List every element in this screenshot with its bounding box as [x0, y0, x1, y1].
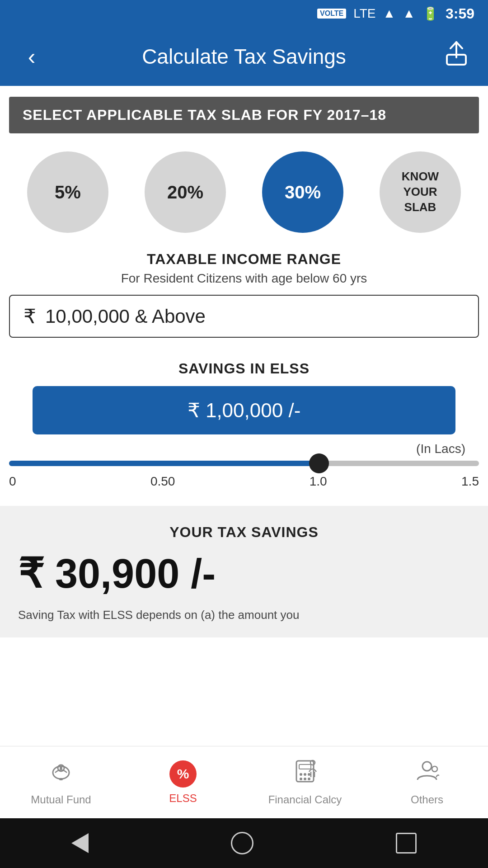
saving-description: Saving Tax with ELSS depends on (a) the …	[18, 606, 470, 624]
slider-label-15: 1.5	[461, 474, 479, 489]
slider-label-050: 0.50	[150, 474, 175, 489]
tax-savings-amount: ₹ 30,900 /-	[18, 550, 470, 597]
elss-slider-container: 0 0.50 1.0 1.5	[0, 461, 488, 497]
share-button[interactable]	[443, 41, 470, 72]
percent-badge: %	[169, 760, 197, 788]
bottom-navigation: Mutual Fund % ELSS Financial C	[0, 746, 488, 818]
svg-point-10	[300, 778, 302, 780]
signal-icon2: ▲	[403, 6, 415, 21]
slab-20pct[interactable]: 20%	[145, 151, 226, 233]
svg-point-7	[300, 773, 302, 776]
income-range-section: TAXABLE INCOME RANGE For Resident Citize…	[0, 246, 488, 347]
slider-label-10: 1.0	[310, 474, 327, 489]
nav-mutual-fund[interactable]: Mutual Fund	[0, 746, 122, 818]
svg-point-3	[60, 767, 62, 769]
nav-mutual-fund-label: Mutual Fund	[31, 793, 91, 806]
rupee-symbol: ₹	[23, 305, 36, 328]
svg-point-15	[432, 766, 437, 772]
android-home-button[interactable]	[231, 832, 253, 854]
income-range-title: TAXABLE INCOME RANGE	[9, 251, 479, 268]
slider-labels: 0 0.50 1.0 1.5	[9, 471, 479, 492]
svg-point-8	[304, 773, 306, 776]
nav-elss[interactable]: % ELSS	[122, 746, 244, 818]
elss-section: SAVINGS IN ELSS ₹ 1,00,000 /- (In Lacs)	[0, 347, 488, 456]
income-range-subtitle: For Resident Citizens with age below 60 …	[9, 271, 479, 286]
network-type: LTE	[353, 6, 375, 21]
battery-icon: 🔋	[422, 6, 438, 21]
android-back-button[interactable]	[71, 833, 89, 853]
nav-financial-calcy[interactable]: Financial Calcy	[244, 746, 366, 818]
svg-rect-6	[299, 764, 311, 769]
slider-track	[9, 461, 479, 466]
nav-others[interactable]: Others	[366, 746, 488, 818]
elss-icon: %	[169, 760, 197, 788]
tax-savings-value: ₹ 30,900 /-	[18, 550, 216, 597]
financial-calcy-icon	[293, 759, 317, 789]
status-bar: VOLTE LTE ▲ ▲ 🔋 3:59	[0, 0, 488, 27]
slab-know-your[interactable]: KNOWYOURSLAB	[380, 151, 461, 233]
clock: 3:59	[446, 5, 474, 22]
slider-thumb[interactable]	[309, 453, 329, 473]
slab-5pct[interactable]: 5%	[27, 151, 108, 233]
svg-point-14	[422, 762, 432, 771]
tax-savings-section: YOUR TAX SAVINGS ₹ 30,900 /- Saving Tax …	[0, 506, 488, 637]
nav-elss-label: ELSS	[169, 792, 197, 805]
svg-point-12	[308, 778, 310, 780]
svg-point-11	[304, 778, 306, 780]
slider-label-0: 0	[9, 474, 16, 489]
income-value: 10,00,000 & Above	[45, 306, 206, 327]
income-range-box: ₹ 10,00,000 & Above	[9, 295, 479, 338]
tax-slab-banner: SELECT APPLICABLE TAX SLAB FOR FY 2017–1…	[9, 97, 479, 133]
nav-financial-calcy-label: Financial Calcy	[268, 793, 342, 806]
page-title: Calculate Tax Savings	[45, 44, 443, 69]
header: ‹ Calculate Tax Savings	[0, 27, 488, 86]
slab-30pct[interactable]: 30%	[262, 151, 343, 233]
elss-amount-button[interactable]: ₹ 1,00,000 /-	[33, 386, 455, 434]
main-content: SELECT APPLICABLE TAX SLAB FOR FY 2017–1…	[0, 97, 488, 637]
slab-options: 5% 20% 30% KNOWYOURSLAB	[0, 133, 488, 246]
tax-savings-label: YOUR TAX SAVINGS	[18, 524, 470, 541]
svg-rect-4	[59, 778, 63, 780]
elss-title: SAVINGS IN ELSS	[9, 360, 479, 377]
slider-fill	[9, 461, 319, 466]
others-icon	[415, 759, 439, 789]
signal-icon: ▲	[383, 6, 396, 21]
in-lacs-label: (In Lacs)	[9, 442, 479, 456]
nav-others-label: Others	[411, 793, 443, 806]
volte-badge: VOLTE	[317, 9, 346, 19]
android-nav-bar	[0, 818, 488, 868]
back-button[interactable]: ‹	[18, 43, 45, 70]
android-recents-button[interactable]	[396, 833, 417, 854]
mutual-fund-icon	[49, 759, 73, 789]
svg-point-9	[308, 773, 310, 776]
tax-slab-banner-text: SELECT APPLICABLE TAX SLAB FOR FY 2017–1…	[23, 107, 386, 123]
